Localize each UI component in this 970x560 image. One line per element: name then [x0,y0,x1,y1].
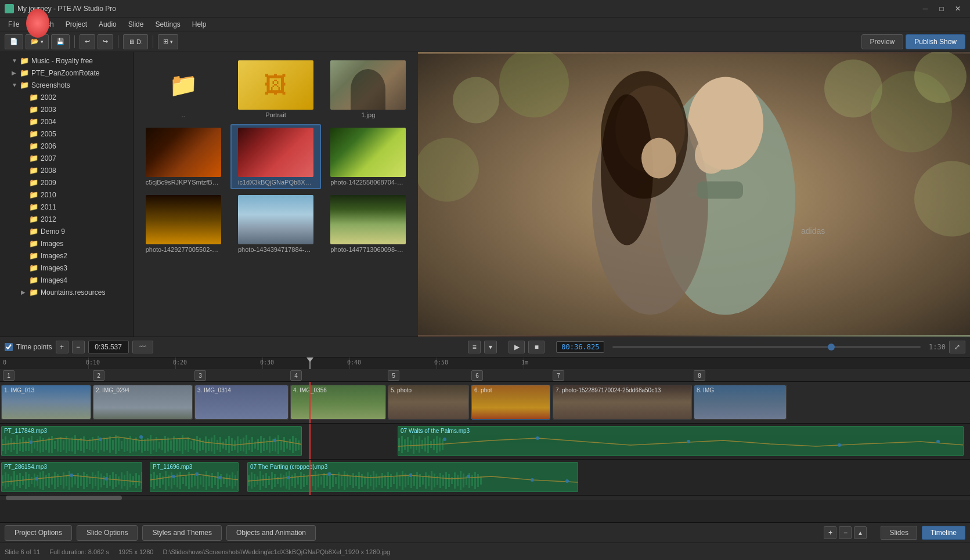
scrubber-thumb[interactable] [828,344,835,351]
save-button[interactable]: 💾 [51,34,70,49]
menu-slide[interactable]: Slide [122,19,150,30]
close-button[interactable]: ✕ [950,2,965,15]
maximize-button[interactable]: □ [934,2,949,15]
remove-timepoint-button[interactable]: − [72,341,85,353]
project-options-button[interactable]: Project Options [5,525,72,541]
timeline-scrubber[interactable] [612,346,921,348]
tree-item-images2[interactable]: 📁 Images2 [0,250,133,262]
tree-item-2005[interactable]: 📁 2005 [0,128,133,140]
menu-audio[interactable]: Audio [93,19,122,30]
zoom-arrow-button[interactable]: ▴ [854,526,867,539]
svg-rect-167 [63,472,64,489]
new-button[interactable]: 📄 [5,34,23,49]
grid-item-food[interactable]: c5cjBc9sRJKPYSmtzfBJ_DSC_... [138,124,228,189]
menu-help[interactable]: Help [186,19,212,30]
svg-rect-194 [141,472,142,489]
grid-item-parent[interactable]: 📁 .. [138,57,228,122]
grid-item-tulips[interactable]: photo-1422558068704-1f8f06... [323,124,413,189]
audio-clip-parting[interactable]: 07 The Parting (cropped).mp3 [247,462,578,492]
image-thumb-flower [238,128,313,177]
tree-item-2004[interactable]: 📁 2004 [0,115,133,128]
svg-rect-237 [262,475,264,486]
undo-button[interactable]: ↩ [80,34,95,49]
slides-tab-button[interactable]: Slides [881,526,917,540]
svg-rect-289 [413,475,415,486]
slide-clip-1[interactable]: 1. IMG_013 [1,385,91,420]
slide-clip-2[interactable]: 2. IMG_0294 [93,385,193,420]
tree-item-pte-panzoomrotate[interactable]: ▶ 📁 PTE_PanZoomRotate [0,67,133,79]
playhead-ruler [309,357,311,369]
grid-item-flower-red[interactable]: ic1dX3kBQjGNaPQb8Xel_192... [230,124,320,189]
play-button[interactable]: ▶ [509,341,525,353]
hscroll-thumb[interactable] [6,496,122,500]
file-browser-tree[interactable]: ▼ 📁 Music - Royalty free ▶ 📁 PTE_PanZoom… [0,52,133,337]
time-input[interactable] [88,341,129,353]
svg-rect-208 [179,472,181,489]
grid-item-mountains[interactable]: photo-1434394717884-0b03b... [230,192,320,256]
svg-rect-56 [112,440,114,450]
stop-button[interactable]: ■ [528,341,545,353]
grid-item-roses[interactable]: photo-1447713060098-74c4e... [323,192,413,256]
tree-item-2012[interactable]: 📁 2012 [0,213,133,225]
audio-clip-pt11696[interactable]: PT_11696.mp3 [150,462,239,492]
slide-clip-7[interactable]: 7. photo-1522897170024-25dd68a50c13 [553,385,692,420]
svg-rect-168 [66,475,67,486]
zoom-in-button[interactable]: + [824,526,836,539]
tree-item-2002[interactable]: 📁 2002 [0,91,133,103]
menu-file[interactable]: File [2,19,25,30]
tree-item-2009[interactable]: 📁 2009 [0,176,133,189]
tree-item-images4[interactable]: 📁 Images4 [0,274,133,286]
svg-rect-200 [156,475,158,486]
svg-rect-39 [63,440,64,450]
tree-item-mountains-resources[interactable]: ▶ 📁 Mountains.resources [0,286,133,298]
svg-rect-252 [306,476,308,485]
add-timepoint-button[interactable]: + [56,341,68,353]
publish-show-button[interactable]: Publish Show [906,34,965,49]
redo-button[interactable]: ↪ [98,34,113,49]
grid-item-girl-sunset[interactable]: photo-1429277005502-eed8e... [138,192,228,256]
preview-button[interactable]: Preview [861,34,904,49]
svg-rect-164 [54,472,56,489]
menu-project[interactable]: Project [60,19,93,30]
timepoints-checkbox[interactable] [5,343,13,351]
tree-item-images[interactable]: 📁 Images [0,237,133,250]
dropdown-arrow-button[interactable]: ▾ [484,341,497,353]
svg-rect-119 [295,438,297,451]
menu-settings[interactable]: Settings [149,19,186,30]
tree-item-2008[interactable]: 📁 2008 [0,164,133,176]
audio-clip-walts[interactable]: 07 Walts of the Palms.mp3 [398,426,964,456]
horizontal-scrollbar[interactable] [0,496,970,500]
svg-rect-226 [232,472,233,489]
expand-button[interactable]: ⤢ [949,341,965,353]
tree-item-2007[interactable]: 📁 2007 [0,152,133,164]
slide-clip-5[interactable]: 5. photo [388,385,469,420]
styles-themes-button[interactable]: Styles and Themes [142,525,222,541]
timeline-tab-button[interactable]: Timeline [922,526,965,540]
timepoint-type-button[interactable]: 〰 [132,341,153,353]
zoom-out-button[interactable]: − [839,526,852,539]
tree-item-music-royalty-free[interactable]: ▼ 📁 Music - Royalty free [0,55,133,67]
audio-clip-pt117848[interactable]: PT_117848.mp3 // Generate random wavefor… [1,426,302,456]
screen-button[interactable]: 🖥 D: [123,34,148,49]
tree-item-images3[interactable]: 📁 Images3 [0,262,133,274]
tree-item-2006[interactable]: 📁 2006 [0,140,133,152]
audio-clip-pt286154[interactable]: PT_286154.mp3 [1,462,142,492]
slide-clip-3[interactable]: 3. IMG_0314 [194,385,289,420]
tree-item-2003[interactable]: 📁 2003 [0,103,133,115]
slide-clip-8[interactable]: 8. IMG [694,385,787,420]
tree-item-2011[interactable]: 📁 2011 [0,201,133,213]
minimize-button[interactable]: ─ [918,2,933,15]
slide-clip-4[interactable]: 4. IMG_0356 [290,385,386,420]
view-button[interactable]: ⊞ ▾ [158,34,178,49]
file-grid[interactable]: 📁 .. 🖼 Portrait 1.jpg [134,52,418,337]
objects-animation-button[interactable]: Objects and Animation [226,525,316,541]
slide-options-button[interactable]: Slide Options [77,525,138,541]
slide-clip-6[interactable]: 6. phot [471,385,550,420]
tree-item-screenshots[interactable]: ▼ 📁 Screenshots [0,79,133,91]
grid-item-1jpg[interactable]: 1.jpg [323,57,413,122]
grid-item-portrait[interactable]: 🖼 Portrait [230,57,320,122]
tree-item-demo9[interactable]: 📁 Demo 9 [0,225,133,237]
hamburger-button[interactable]: ≡ [468,341,481,353]
svg-rect-81 [185,440,186,450]
tree-item-2010[interactable]: 📁 2010 [0,189,133,201]
